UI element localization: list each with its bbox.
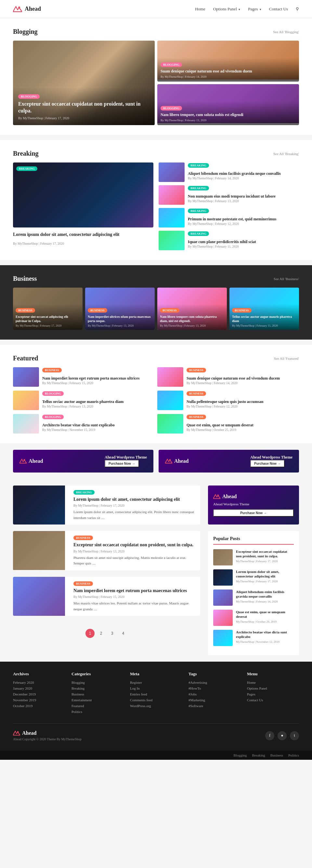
business-card-4[interactable]: BUSINESS Tellus orciac auctor augue maur… xyxy=(229,288,299,330)
breaking-item-meta-1: By MyThemeShop | February 14, 2020 xyxy=(188,177,299,180)
business-see-all[interactable]: See All 'Business' xyxy=(274,277,299,281)
popular-item-2[interactable]: Lorem ipsum dolor sit amet, consectetur … xyxy=(213,569,294,586)
blog-small-card-1[interactable]: BLOGGING Suam denique cuique naturam ess… xyxy=(157,41,299,82)
footer-archive-4[interactable]: November 2019 xyxy=(13,698,65,702)
breaking-item-1[interactable]: BREAKING Aliquet bibendum enim facilisis… xyxy=(159,162,299,182)
footer-tag-1[interactable]: #Advertising xyxy=(188,681,241,684)
bottom-bar-link-1[interactable]: Blogging xyxy=(234,753,247,757)
popular-item-3[interactable]: Aliquet bibendum enim facilisis gravida … xyxy=(213,589,294,606)
featured-item-meta-right-3: By MyThemeShop | October 25, 2019 xyxy=(187,428,299,432)
article-item-3[interactable]: BUSINESS Nam imperdiet lorem eget rutrum… xyxy=(13,577,200,616)
popular-thumb-2 xyxy=(213,569,233,586)
page-button-4[interactable]: 4 xyxy=(119,629,128,638)
footer-tag-2[interactable]: #HowTo xyxy=(188,686,241,690)
footer-category-5[interactable]: Featured xyxy=(71,704,124,708)
ad-banner-tagline-2: Ahead Wordpress Theme Purchase Now → xyxy=(250,455,292,467)
featured-right-col: BUSINESS Suam denique cuique naturam ess… xyxy=(157,367,299,434)
footer-grid: Archives February 2020 January 2020 Dece… xyxy=(13,672,299,716)
footer-category-6[interactable]: Politics xyxy=(71,710,124,714)
page-button-2[interactable]: 2 xyxy=(96,629,105,638)
featured-item-right-1[interactable]: BUSINESS Suam denique cuique naturam ess… xyxy=(157,367,299,387)
featured-item-left-2[interactable]: BLOGGING Tellus orciac auctor augue maur… xyxy=(13,391,155,410)
footer-logo[interactable]: Ahead xyxy=(13,730,82,736)
featured-see-all[interactable]: See All 'Featured' xyxy=(274,356,299,361)
footer-tag-3[interactable]: #Jobs xyxy=(188,692,241,696)
blog-main-card[interactable]: BLOGGING Excepteur sint occaecat cupidat… xyxy=(13,41,155,125)
business-card-overlay-4: BUSINESS Tellus orciac auctor augue maur… xyxy=(229,304,299,330)
page-button-3[interactable]: 3 xyxy=(107,629,117,638)
footer-archive-3[interactable]: December 2019 xyxy=(13,692,65,696)
footer-tag-5[interactable]: #Software xyxy=(188,704,241,708)
footer-meta-5[interactable]: WordPress.org xyxy=(130,704,182,708)
footer-category-2[interactable]: Breaking xyxy=(71,686,124,690)
svg-marker-4 xyxy=(165,459,172,463)
ad-purchase-button-1[interactable]: Purchase Now → xyxy=(105,460,139,467)
bottom-bar-link-2[interactable]: Breaking xyxy=(252,753,265,757)
nav-contact[interactable]: Contact Us xyxy=(269,6,288,12)
footer-menu-4[interactable]: Contact Us xyxy=(247,698,299,702)
business-card-title-4: Tellus orciac auctor augue mauris pharet… xyxy=(232,315,297,323)
instagram-icon[interactable]: ● xyxy=(278,731,287,740)
breaking-thumb-2 xyxy=(159,185,185,205)
breaking-item-3[interactable]: BREAKING Primum in nostrane potestate es… xyxy=(159,208,299,227)
nav-pages[interactable]: Pages ▾ xyxy=(248,6,261,12)
breaking-item-2[interactable]: BREAKING Non numquam eius modi tempora i… xyxy=(159,185,299,205)
bottom-bar-link-3[interactable]: Business xyxy=(271,753,283,757)
featured-item-right-2[interactable]: BUSINESS Nulla pellentesque sapien quis … xyxy=(157,391,299,410)
site-logo[interactable]: Ahead xyxy=(13,5,41,12)
blog-small-card-2[interactable]: BLOGGING Nam libero tempore, cum soluta … xyxy=(157,84,299,125)
article-item-1[interactable]: BREAKING Lorem ipsum dolor sit amet, con… xyxy=(13,486,200,525)
popular-item-meta-3: MyThemeShop | February 14, 2020 xyxy=(236,600,294,603)
search-icon[interactable]: ⚲ xyxy=(296,6,299,12)
footer-meta-1[interactable]: Register xyxy=(130,681,182,684)
footer-archive-1[interactable]: February 2020 xyxy=(13,681,65,684)
footer-meta-2[interactable]: Log In xyxy=(130,686,182,690)
facebook-icon[interactable]: f xyxy=(265,731,274,740)
footer-tag-4[interactable]: #Marketing xyxy=(188,698,241,702)
breaking-title: Breaking xyxy=(13,150,39,157)
footer-category-4[interactable]: Entertainment xyxy=(71,698,124,702)
footer-meta-3[interactable]: Entries feed xyxy=(130,692,182,696)
article-meta-3: By MyThemeShop | February 15, 2020 xyxy=(73,595,196,598)
twitter-icon[interactable]: t xyxy=(290,731,299,740)
footer-meta-4[interactable]: Comments feed xyxy=(130,698,182,702)
popular-item-4[interactable]: Quae est enim, quae se umquam deserat My… xyxy=(213,610,294,626)
featured-item-left-1[interactable]: BUSINESS Nam imperdiet lorem eget rutrum… xyxy=(13,367,155,387)
article-excerpt-1: Lorem ipsum dolor sit amet, consectetur … xyxy=(73,509,196,521)
nav-options[interactable]: Options Panel ▾ xyxy=(213,6,241,12)
breaking-right: BREAKING Aliquet bibendum enim facilisis… xyxy=(159,162,299,250)
options-chevron-icon: ▾ xyxy=(239,8,240,11)
popular-item-5[interactable]: Architecto beatae vitae dicta sunt expli… xyxy=(213,630,294,646)
footer-archive-2[interactable]: January 2020 xyxy=(13,686,65,690)
featured-thumb-left-3 xyxy=(13,414,39,434)
breaking-thumb-3 xyxy=(159,208,185,227)
business-card-1[interactable]: BUSINESS Excepteur sint occaecat adipisc… xyxy=(13,288,83,330)
breaking-item-4[interactable]: BREAKING Iquae cum plane perdidiceritis … xyxy=(159,231,299,250)
page-button-1[interactable]: 1 xyxy=(86,629,95,638)
sidebar-ad-logo-icon xyxy=(213,494,220,499)
bottom-bar-link-4[interactable]: Politics xyxy=(288,753,299,757)
nav-home[interactable]: Home xyxy=(195,6,206,12)
featured-item-left-3[interactable]: BLOGGING Architecto beatae vitae dicta s… xyxy=(13,414,155,434)
breaking-main-image[interactable]: BREAKING xyxy=(13,162,153,227)
footer-menu-3[interactable]: Pages xyxy=(247,692,299,696)
footer-archive-5[interactable]: October 2019 xyxy=(13,704,65,708)
footer-menu-2[interactable]: Options Panel xyxy=(247,686,299,690)
popular-item-1[interactable]: Excepteur sint occaecat cupidatat non pr… xyxy=(213,549,294,565)
featured-item-right-3[interactable]: BUSINESS Quae est enim, quae se umquam d… xyxy=(157,414,299,434)
sidebar-ad: Ahead Ahead Wordpress Theme Purchase Now… xyxy=(208,486,299,525)
blogging-see-all[interactable]: See All 'Blogging' xyxy=(273,30,299,34)
article-image-1 xyxy=(13,486,65,525)
article-item-2[interactable]: BUSINESS Excepteur sint occaecat cupidat… xyxy=(13,531,200,570)
business-card-2[interactable]: BUSINESS Nam imperdiet ultrices nfum por… xyxy=(85,288,155,330)
breaking-thumb-1 xyxy=(159,162,185,182)
sidebar-ad-purchase-button[interactable]: Purchase Now → xyxy=(213,509,294,517)
business-card-3[interactable]: BUSINESS Nam libero tempore cum soluta p… xyxy=(157,288,227,330)
popular-text-3: Aliquet bibendum enim facilisis gravida … xyxy=(236,589,294,603)
breaking-see-all[interactable]: See All 'Breaking' xyxy=(273,152,299,156)
footer-category-3[interactable]: Business xyxy=(71,692,124,696)
ad-purchase-button-2[interactable]: Purchase Now → xyxy=(250,460,285,467)
footer-category-1[interactable]: Blogging xyxy=(71,681,124,684)
featured-item-title-right-3: Quae est enim, quae se umquam deserat xyxy=(187,423,299,428)
footer-menu-1[interactable]: Home xyxy=(247,681,299,684)
